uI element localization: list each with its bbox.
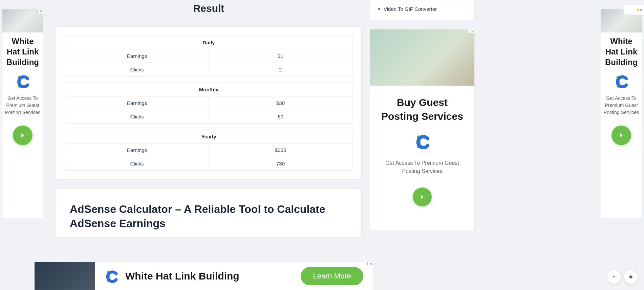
result-table-daily: Daily Earnings $1 Clicks 2 bbox=[65, 36, 352, 76]
status-dot-icon bbox=[640, 9, 642, 11]
ad-headline: White Hat Link Building bbox=[125, 270, 294, 282]
article-title: AdSense Calculator – A Reliable Tool to … bbox=[70, 202, 348, 230]
ad-subtext: Get Access To Premium Guest Posting Serv… bbox=[4, 95, 41, 116]
sidebar-tools-card: Video To GIF Converter bbox=[370, 0, 475, 20]
ad-image: i ✕ bbox=[2, 9, 43, 32]
scroll-to-top-button[interactable] bbox=[607, 270, 621, 284]
ad-cta-button[interactable]: Learn More bbox=[301, 267, 363, 285]
result-table-monthly: Monthly Earnings $30 Clicks 60 bbox=[65, 83, 352, 124]
adchoices-info-icon[interactable]: i bbox=[37, 9, 39, 13]
ad-leaderboard[interactable]: i ✕ White Hat Link Building Learn More bbox=[35, 262, 373, 290]
report-bug-button[interactable] bbox=[624, 270, 638, 284]
ad-subtext: Get Access To Premium Guest Posting Serv… bbox=[603, 95, 640, 116]
ad-image bbox=[35, 262, 95, 290]
ad-skyscraper-left[interactable]: i ✕ White Hat Link Building Get Access T… bbox=[2, 9, 43, 218]
earnings-value: $365 bbox=[209, 143, 352, 157]
clicks-value: 2 bbox=[209, 63, 352, 76]
clicks-value: 60 bbox=[209, 110, 352, 124]
clicks-label: Clicks bbox=[65, 110, 209, 124]
ad-cta-button[interactable] bbox=[611, 126, 631, 145]
ad-cta-button[interactable] bbox=[13, 126, 33, 145]
divider bbox=[378, 2, 466, 2]
ad-logo-icon bbox=[414, 133, 430, 150]
adchoices-close-icon[interactable]: ✕ bbox=[39, 9, 43, 13]
ad-sidebar[interactable]: i ✕ Buy Guest Posting Services Get Acces… bbox=[370, 29, 475, 230]
ad-logo-icon bbox=[614, 74, 629, 89]
ad-headline: Buy Guest Posting Services bbox=[377, 96, 468, 123]
ad-headline: White Hat Link Building bbox=[4, 36, 41, 68]
period-name: Monthly bbox=[65, 83, 352, 96]
clicks-value: 730 bbox=[209, 157, 352, 171]
clicks-label: Clicks bbox=[65, 157, 209, 171]
sidebar-link-video-to-gif[interactable]: Video To GIF Converter bbox=[378, 6, 466, 12]
result-card: Daily Earnings $1 Clicks 2 Monthly Earni… bbox=[56, 26, 362, 180]
ad-logo-icon bbox=[15, 74, 30, 89]
adchoices-close-icon[interactable]: ✕ bbox=[369, 262, 373, 266]
bug-icon bbox=[628, 274, 634, 280]
result-heading: Result bbox=[56, 3, 362, 14]
period-name: Yearly bbox=[65, 130, 352, 143]
adchoices-info-icon[interactable]: i bbox=[468, 29, 470, 33]
earnings-label: Earnings bbox=[65, 96, 209, 110]
earnings-label: Earnings bbox=[65, 49, 209, 63]
bullet-icon bbox=[378, 8, 380, 10]
collapsed-widget[interactable] bbox=[624, 5, 644, 15]
earnings-value: $1 bbox=[209, 49, 352, 63]
clicks-label: Clicks bbox=[65, 63, 209, 76]
earnings-value: $30 bbox=[209, 96, 352, 110]
status-dot-icon bbox=[637, 9, 639, 11]
earnings-label: Earnings bbox=[65, 143, 209, 157]
result-table-yearly: Yearly Earnings $365 Clicks 730 bbox=[65, 130, 352, 171]
ad-skyscraper-right[interactable]: i ✕ White Hat Link Building Get Access T… bbox=[601, 9, 642, 218]
chevron-up-icon bbox=[611, 274, 617, 280]
ad-subtext: Get Access To Premium Guest Posting Serv… bbox=[377, 159, 468, 175]
ad-logo-icon bbox=[104, 269, 119, 283]
article-card: AdSense Calculator – A Reliable Tool to … bbox=[56, 188, 362, 238]
sidebar-link-label: Video To GIF Converter bbox=[384, 6, 437, 12]
adchoices-close-icon[interactable]: ✕ bbox=[470, 29, 474, 33]
ad-cta-button[interactable] bbox=[413, 187, 432, 206]
ad-headline: White Hat Link Building bbox=[603, 36, 640, 68]
period-name: Daily bbox=[65, 36, 352, 49]
ad-image: i ✕ bbox=[370, 29, 474, 86]
